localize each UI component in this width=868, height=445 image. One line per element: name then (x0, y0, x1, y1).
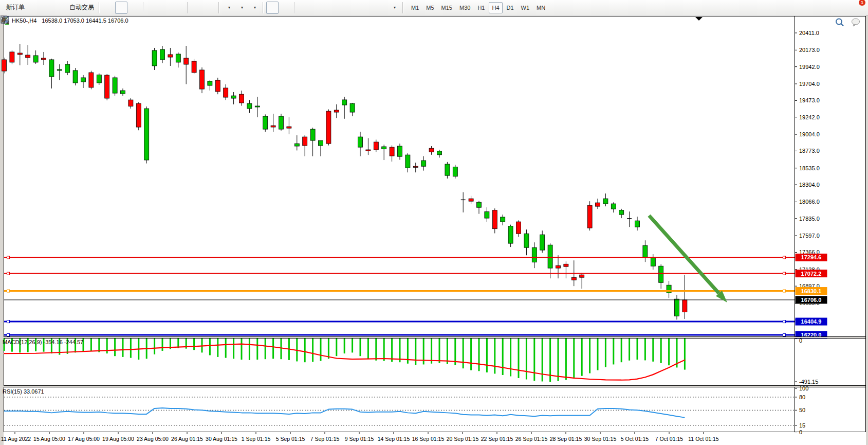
indicators-button[interactable]: ▾ (222, 2, 234, 14)
level-price-text: 17072.2 (801, 271, 822, 277)
line-handle[interactable] (783, 290, 786, 292)
line-handle[interactable] (783, 256, 786, 259)
toolbar-separator (218, 2, 219, 13)
timeframe-h1-button[interactable]: H1 (474, 2, 488, 13)
tile-windows-button[interactable] (172, 2, 184, 14)
text-button[interactable]: A (362, 2, 374, 14)
window-left-edge (0, 15, 4, 445)
vertical-line-button[interactable] (298, 2, 310, 14)
timeframe-d1-button[interactable]: D1 (504, 2, 517, 13)
level-price-text: 16830.1 (801, 288, 822, 294)
time-tick-label: 30 Sep 01:15 (584, 436, 617, 442)
time-tick-label: 22 Sep 01:15 (481, 436, 513, 442)
time-tick-label: 26 Aug 01:15 (171, 436, 203, 442)
level-price-text: 17294.6 (801, 254, 822, 260)
cursor-button[interactable] (266, 2, 279, 14)
time-tick-label: 17 Aug 05:00 (68, 436, 100, 442)
window-right-edge (866, 15, 868, 445)
price-tick-label: 18773.0 (799, 148, 820, 154)
price-tick-label: 18535.0 (799, 165, 820, 171)
chart-ohlc-values: 16538.0 17053.0 16441.5 16706.0 (42, 17, 128, 24)
rsi-tick-label: 15 (799, 422, 805, 429)
price-tick-label: 18304.0 (799, 182, 820, 188)
chart-canvas[interactable]: 20411.020173.019942.019704.019473.019242… (0, 15, 868, 445)
time-tick-label: 11 Oct 01:15 (688, 436, 719, 442)
line-handle[interactable] (783, 272, 786, 275)
autotrade-label: 自动交易 (69, 3, 94, 12)
price-tick-label: 20173.0 (799, 47, 820, 53)
equidistant-channel-button[interactable]: E (336, 2, 348, 14)
line-handle[interactable] (7, 333, 10, 336)
horizontal-line-button[interactable] (310, 2, 323, 14)
timeframe-h4-button[interactable]: H4 (489, 2, 502, 13)
periods-button[interactable]: ▾ (235, 2, 247, 14)
shift-end-button[interactable] (204, 2, 216, 14)
search-button[interactable] (834, 2, 846, 14)
timeframe-m1-button[interactable]: M1 (408, 2, 422, 13)
timeframe-group: M1M5M15M30H1H4D1W1MN (408, 2, 548, 13)
new-order-button[interactable]: 新订单 (3, 2, 27, 14)
panel-splitter[interactable] (4, 386, 865, 387)
timeframe-m30-button[interactable]: M30 (456, 2, 473, 13)
layers-button[interactable] (27, 2, 40, 14)
time-tick-label: 26 Sep 01:15 (515, 436, 548, 442)
line-handle[interactable] (7, 321, 10, 323)
macd-zero-label: 0 (799, 337, 802, 344)
chat-button[interactable]: 1 (851, 2, 863, 14)
new-order-label: 新订单 (6, 3, 25, 12)
candles-chart-button[interactable] (115, 2, 127, 14)
mt5-window: 新订单自动交易▾▾▾EFAT▾M1M5M15M30H1H4D1W1MN1 204… (0, 0, 868, 445)
toolbar-separator (294, 2, 295, 13)
price-tick-label: 19242.0 (799, 114, 820, 120)
chevron-down-icon: ▾ (228, 5, 230, 10)
bars-chart-button[interactable] (102, 2, 115, 14)
time-tick-label: 20 Sep 01:15 (447, 436, 479, 442)
trend-line-button[interactable] (323, 2, 336, 14)
price-tick-label: 18066.0 (799, 199, 820, 205)
text-label-button[interactable]: T (375, 2, 387, 14)
price-tick-label: 17835.0 (799, 216, 820, 222)
macd-indicator-label: MACD(12,26,9) -354.16 -244.57 (3, 339, 83, 345)
panel-splitter[interactable] (4, 337, 865, 338)
price-tick-label: 19473.0 (799, 97, 820, 103)
bid-price-text: 16706.0 (801, 297, 822, 303)
time-tick-label: 5 Oct 01:15 (621, 436, 649, 442)
shapes-button[interactable]: ▾ (387, 2, 400, 14)
price-tick-label: 19704.0 (799, 81, 820, 87)
toolbar-separator (402, 2, 403, 13)
line-handle[interactable] (7, 272, 10, 275)
timeframe-w1-button[interactable]: W1 (518, 2, 533, 13)
zoom-out-button[interactable] (159, 2, 172, 14)
line-handle[interactable] (783, 333, 786, 336)
time-tick-label: 9 Sep 01:15 (345, 436, 374, 442)
time-tick-label: 15 Aug 05:00 (33, 436, 65, 442)
chart-symbol-period: HK50-,H4 (12, 17, 36, 24)
price-tick-label: 17597.0 (799, 233, 820, 239)
chart-background (0, 15, 868, 445)
price-tick-label: 19004.0 (799, 131, 820, 137)
time-tick-label: 7 Oct 01:15 (655, 436, 683, 442)
toolbar-separator (187, 2, 188, 13)
time-tick-label: 7 Sep 01:15 (310, 436, 340, 442)
price-tick-label: 19942.0 (799, 64, 820, 70)
line-handle[interactable] (783, 321, 786, 323)
autoscroll-button[interactable] (191, 2, 203, 14)
timeframe-m5-button[interactable]: M5 (423, 2, 437, 13)
zoom-in-button[interactable] (146, 2, 159, 14)
autotrade-button[interactable]: 自动交易 (66, 2, 96, 14)
fibonacci-button[interactable]: F (349, 2, 361, 14)
market-watch-button[interactable] (40, 2, 52, 14)
toolbar: 新订单自动交易▾▾▾EFAT▾M1M5M15M30H1H4D1W1MN1 (0, 0, 868, 15)
crosshair-button[interactable] (279, 2, 291, 14)
line-handle[interactable] (7, 256, 10, 259)
timeframe-mn-button[interactable]: MN (533, 2, 548, 13)
timeframe-m15-button[interactable]: M15 (438, 2, 455, 13)
toolbar-separator (143, 2, 144, 13)
signal-button[interactable] (53, 2, 65, 14)
time-tick-label: 16 Sep 01:15 (412, 436, 445, 442)
line-handle[interactable] (7, 290, 10, 292)
line-chart-button[interactable] (128, 2, 140, 14)
templates-button[interactable]: ▾ (248, 2, 260, 14)
time-tick-label: 1 Sep 01:15 (242, 436, 271, 442)
level-price-text: 16404.9 (801, 318, 822, 325)
